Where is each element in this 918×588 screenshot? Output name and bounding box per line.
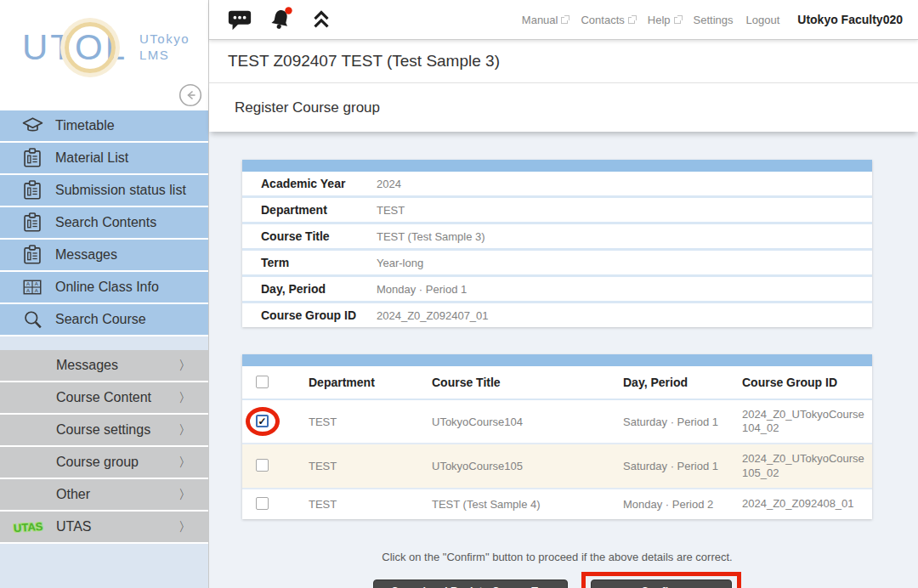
sidebar-subitem-label: UTAS [56,519,91,534]
content-area: Academic Year 2024 Department TEST Cours… [209,132,918,588]
row-checkbox[interactable] [256,497,269,510]
details-row: Term Year-long [242,250,872,276]
section-title-bar: Register Course group [209,83,918,132]
sidebar-subitem-utas[interactable]: UTAS UTAS 〉 [0,512,208,544]
column-header-day-period: Day, Period [609,366,728,399]
cancel-button[interactable]: Cancel and Back to Course Top [373,580,568,588]
chevron-right-icon: 〉 [178,487,191,503]
document-list-icon [20,146,44,170]
sidebar-item-online-class-info[interactable]: AAAA Online Class Info [0,272,208,304]
contacts-link[interactable]: Contacts [581,14,634,26]
cell-day-period: Saturday · Period 1 [609,399,728,444]
magnifier-icon [20,308,44,331]
details-row: Course Title TEST (Test Sample 3) [242,223,872,250]
settings-link[interactable]: Settings [694,14,734,26]
panel-header-bar [242,354,872,366]
confirm-instruction-text: Click on the "Confirm" button to proceed… [242,551,872,563]
manual-link-label: Manual [522,14,558,26]
details-row: Academic Year 2024 [242,172,872,197]
sidebar-collapse-button[interactable] [178,83,202,107]
sidebar-item-label: Timetable [55,118,115,133]
svg-text:A: A [35,287,39,293]
section-title: Register Course group [235,99,380,116]
course-group-table: Department Course Title Day, Period Cour… [242,366,872,519]
table-row: ✓ TEST UTokyoCourse104 Saturday · Period… [242,399,872,444]
cell-course-title: UTokyoCourse105 [418,444,609,489]
row-checkbox[interactable]: ✓ [256,415,269,427]
logo-letter-o-halo: O [75,27,105,68]
graduation-cap-icon [20,114,44,138]
cell-course-group-id: 2024_Z0_UTokyoCourse104_02 [728,399,872,444]
chevron-right-icon: 〉 [178,422,191,438]
table-header-row: Department Course Title Day, Period Cour… [242,366,872,399]
sidebar-item-label: Messages [55,247,117,263]
utol-logo: UTOL UTokyo LMS [22,27,190,68]
details-row: Day, Period Monday · Period 1 [242,276,872,302]
help-link-label: Help [648,14,671,26]
cell-course-title: TEST (Test Sample 4) [418,489,609,519]
details-label: Course Title [242,223,370,250]
external-link-icon [628,17,635,24]
course-details-table: Academic Year 2024 Department TEST Cours… [242,172,872,327]
sidebar-item-messages[interactable]: Messages [0,240,208,272]
sidebar-item-label: Search Course [55,312,146,327]
sidebar-item-material-list[interactable]: Material List [0,143,208,175]
details-label: Academic Year [242,172,370,197]
row-checkbox[interactable] [256,459,269,472]
sidebar-subitem-label: Course settings [56,422,150,438]
sidebar-item-submission-status-list[interactable]: Submission status list [0,175,208,207]
logo-area: UTOL UTokyo LMS [0,0,208,110]
chevron-right-icon: 〉 [178,390,191,406]
cell-day-period: Saturday · Period 1 [609,444,728,489]
sidebar-subitem-messages[interactable]: Messages 〉 [0,350,208,382]
sidebar-item-label: Search Contents [55,215,156,230]
logout-link[interactable]: Logout [746,14,780,26]
document-list-icon [20,243,44,267]
details-value: Year-long [370,250,872,276]
sidebar-subitem-other[interactable]: Other 〉 [0,479,208,512]
sidebar-subitem-course-settings[interactable]: Course settings 〉 [0,415,208,447]
details-label: Department [242,197,370,223]
details-value: TEST (Test Sample 3) [370,223,872,250]
sidebar-main-nav: Timetable Material List Submission statu… [0,110,208,336]
details-label: Term [242,250,370,276]
table-row: TEST UTokyoCourse105 Saturday · Period 1… [242,444,872,489]
course-details-panel: Academic Year 2024 Department TEST Cours… [242,160,872,327]
cell-course-group-id: 2024_Z0_UTokyoCourse105_02 [728,444,872,489]
collapse-up-icon[interactable] [308,6,335,33]
manual-link[interactable]: Manual [522,14,569,26]
logo-subtitle: UTokyo LMS [139,31,190,64]
sidebar-subitem-course-content[interactable]: Course Content 〉 [0,382,208,415]
table-row: TEST TEST (Test Sample 4) Monday · Perio… [242,489,872,519]
course-title-bar: TEST Z092407 TEST (Test Sample 3) [209,40,918,83]
course-group-panel: Department Course Title Day, Period Cour… [242,354,872,519]
sidebar-subitem-course-group[interactable]: Course group 〉 [0,447,208,479]
details-label: Course Group ID [242,302,370,328]
details-value: TEST [370,197,872,223]
sidebar-item-timetable[interactable]: Timetable [0,110,208,143]
topbar-links: Manual Contacts Help Settings Logout Uto… [522,13,903,26]
confirm-button[interactable]: Confirm [591,580,732,588]
external-link-icon [674,17,681,24]
help-link[interactable]: Help [648,14,681,26]
chat-icon[interactable] [226,6,253,33]
class-grid-icon: AAAA [20,275,44,299]
main-area: Manual Contacts Help Settings Logout Uto… [209,0,918,588]
cell-department: TEST [295,399,418,444]
panel-header-bar [242,160,872,172]
column-header-course-group-id: Course Group ID [728,366,872,399]
sidebar-item-search-contents[interactable]: Search Contents [0,207,208,240]
contacts-link-label: Contacts [581,14,624,26]
sidebar-item-search-course[interactable]: Search Course [0,304,208,336]
sidebar-item-label: Submission status list [55,183,186,198]
notification-bell-icon[interactable] [267,6,294,33]
document-list-icon [20,178,44,202]
select-all-checkbox[interactable] [256,376,269,388]
page-title: TEST Z092407 TEST (Test Sample 3) [228,52,500,71]
svg-text:A: A [35,280,39,286]
cell-day-period: Monday · Period 2 [609,489,728,519]
external-link-icon [561,17,568,24]
column-header-course-title: Course Title [418,366,609,399]
document-list-icon [20,211,44,235]
logo-subtitle-line2: LMS [139,48,169,62]
